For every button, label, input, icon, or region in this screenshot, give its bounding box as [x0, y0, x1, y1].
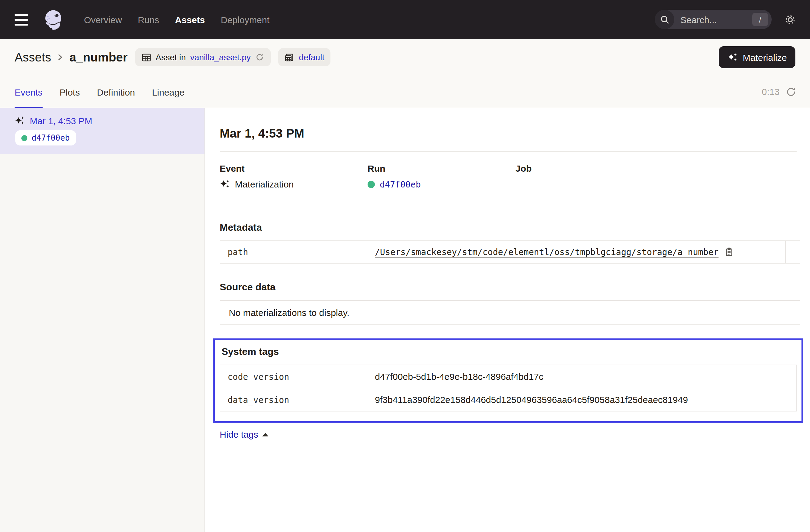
nav-item-assets[interactable]: Assets — [175, 14, 205, 25]
nav-menu: Overview Runs Assets Deployment — [84, 14, 270, 25]
table-icon — [141, 52, 151, 62]
reload-definition-icon[interactable] — [255, 52, 265, 62]
hide-tags-label: Hide tags — [220, 429, 258, 439]
event-type-value: Materialization — [220, 179, 368, 189]
run-id-label: d47f00eb — [32, 133, 70, 142]
metadata-key: path — [220, 241, 366, 263]
row-actions-cell — [785, 241, 800, 263]
sparkle-icon — [728, 52, 738, 62]
app-window: Overview Runs Assets Deployment / — [0, 0, 810, 532]
page-title: Assets a_number — [15, 50, 128, 64]
search-icon — [655, 10, 674, 29]
run-status-dot — [21, 135, 27, 141]
nav-item-deployment[interactable]: Deployment — [221, 14, 270, 25]
system-tags-highlight-box: System tags code_version d47f00eb-5d1b-4… — [213, 338, 803, 423]
gear-icon[interactable] — [784, 13, 797, 26]
tab-events[interactable]: Events — [15, 76, 43, 108]
run-id-link[interactable]: d47f00eb — [380, 179, 421, 189]
tab-definition[interactable]: Definition — [97, 76, 135, 108]
tab-bar: Events Plots Definition Lineage 0:13 — [0, 76, 810, 108]
hamburger-menu-icon[interactable] — [15, 14, 28, 25]
event-detail-panel: Mar 1, 4:53 PM Event Run Job Materializa… — [205, 108, 810, 532]
content-area: Mar 1, 4:53 PM d47f00eb Mar 1, 4:53 PM E… — [0, 108, 810, 532]
chevron-right-icon — [56, 53, 65, 62]
refresh-icon[interactable] — [785, 86, 797, 97]
collapse-arrow-icon — [263, 433, 269, 436]
nav-item-overview[interactable]: Overview — [84, 14, 122, 25]
hide-tags-link[interactable]: Hide tags — [220, 429, 269, 439]
top-navbar: Overview Runs Assets Deployment / — [0, 0, 810, 39]
table-row: data_version 9f3b411a390fd22e158d446d5d1… — [220, 388, 796, 411]
event-date-label: Mar 1, 4:53 PM — [30, 116, 92, 126]
nav-item-runs[interactable]: Runs — [138, 14, 159, 25]
breadcrumb-assets-link[interactable]: Assets — [15, 50, 51, 64]
job-column-label: Job — [516, 163, 663, 174]
materialization-sparkle-icon — [220, 179, 230, 189]
materialization-sparkle-icon — [15, 116, 25, 126]
tag-key: code_version — [220, 365, 366, 388]
asset-in-label: Asset in — [156, 52, 186, 62]
tag-value: 9f3b411a390fd22e158d446d5d12504963596aa6… — [366, 388, 796, 411]
repo-grid-icon — [284, 52, 294, 62]
search-bar[interactable]: / — [655, 10, 772, 29]
nav-right-group: / — [655, 10, 797, 29]
system-tags-heading: System tags — [222, 346, 797, 357]
event-column-label: Event — [220, 163, 368, 174]
tab-plots[interactable]: Plots — [60, 76, 80, 108]
table-row: code_version d47f00eb-5d1b-4e9e-b18c-489… — [220, 365, 796, 388]
materialize-button[interactable]: Materialize — [719, 46, 795, 68]
breadcrumb: Assets a_number — [0, 39, 810, 76]
materialize-label: Materialize — [743, 52, 787, 62]
tag-value: d47f00eb-5d1b-4e9e-b18c-4896af4bd17c — [366, 365, 796, 388]
system-tags-table: code_version d47f00eb-5d1b-4e9e-b18c-489… — [220, 365, 797, 412]
run-status-dot — [368, 180, 375, 188]
repo-badge: default — [278, 48, 330, 66]
event-list-sidebar: Mar 1, 4:53 PM d47f00eb — [0, 108, 205, 532]
dagster-logo[interactable] — [43, 9, 65, 30]
job-value: — — [516, 179, 663, 189]
divider — [220, 151, 797, 151]
source-data-empty-message: No materializations to display. — [220, 300, 800, 325]
run-column-label: Run — [368, 163, 516, 174]
tab-lineage[interactable]: Lineage — [152, 76, 185, 108]
path-link[interactable]: /Users/smackesey/stm/code/elementl/oss/t… — [375, 247, 718, 257]
page-header: Assets a_number — [0, 39, 810, 108]
asset-file-link[interactable]: vanilla_asset.py — [190, 52, 251, 62]
refresh-countdown: 0:13 — [762, 86, 780, 97]
asset-name: a_number — [69, 50, 128, 64]
run-badge[interactable]: d47f00eb — [15, 130, 76, 145]
repo-default-link[interactable]: default — [299, 52, 324, 62]
source-data-heading: Source data — [220, 282, 800, 293]
asset-definition-badge: Asset in vanilla_asset.py — [135, 48, 271, 66]
metadata-heading: Metadata — [220, 222, 800, 233]
event-attributes: Event Run Job Materialization d47 — [220, 163, 800, 189]
event-type-label: Materialization — [235, 179, 294, 189]
event-detail-title: Mar 1, 4:53 PM — [220, 127, 800, 141]
search-input[interactable] — [680, 14, 746, 25]
run-value: d47f00eb — [368, 179, 516, 189]
copy-icon[interactable] — [724, 247, 734, 257]
tag-key: data_version — [220, 388, 366, 411]
event-list-item-selected[interactable]: Mar 1, 4:53 PM d47f00eb — [0, 108, 205, 154]
metadata-table: path /Users/smackesey/stm/code/elementl/… — [220, 240, 800, 263]
slash-shortcut-badge: / — [752, 13, 768, 26]
table-row: path /Users/smackesey/stm/code/elementl/… — [220, 241, 800, 263]
